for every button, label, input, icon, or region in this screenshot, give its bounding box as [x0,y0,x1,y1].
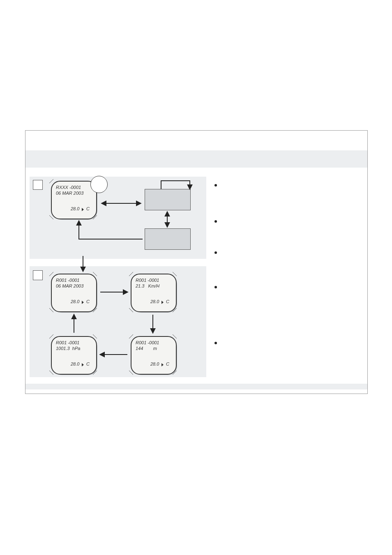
page: RXXX -0001 06 MAR 2003 28.0 C [0,0,392,555]
title-band [25,150,367,168]
arrows-row2 [30,266,206,377]
bullet-dot [214,342,217,344]
bullet-dot [214,184,217,187]
arrows-row1 [30,177,206,259]
diagram-frame: RXXX -0001 06 MAR 2003 28.0 C [25,130,368,394]
bullet-dot [214,286,217,288]
end-band [25,384,367,389]
bullet-dot [214,251,217,254]
bullet-dot [214,220,217,223]
